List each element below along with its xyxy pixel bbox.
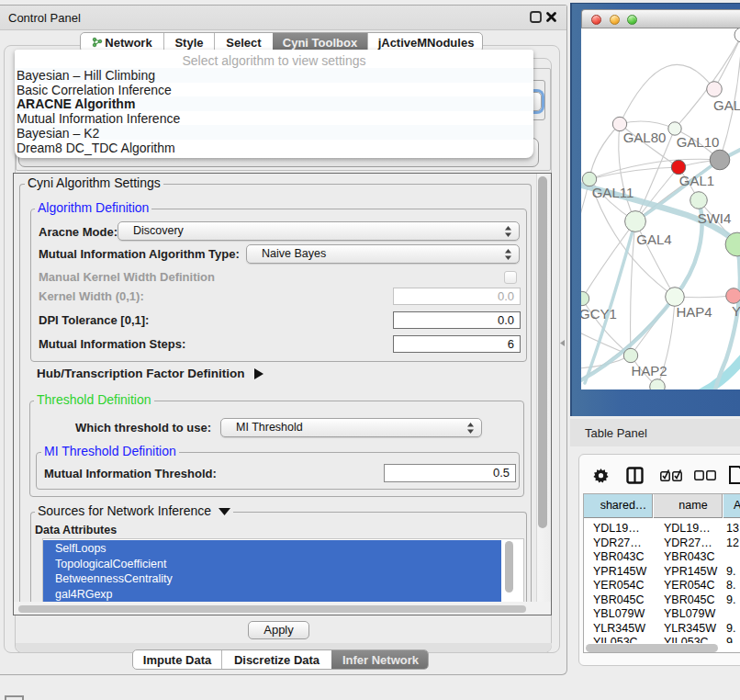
svg-text:GAL1: GAL1 bbox=[679, 173, 714, 188]
svg-text:SWI4: SWI4 bbox=[698, 210, 732, 226]
svg-text:HAP4: HAP4 bbox=[676, 304, 712, 320]
svg-text:GAL10: GAL10 bbox=[677, 134, 720, 150]
svg-text:Y: Y bbox=[732, 303, 740, 319]
svg-text:GCY1: GCY1 bbox=[581, 306, 617, 322]
svg-text:GAL7: GAL7 bbox=[713, 97, 740, 113]
svg-text:GAL4: GAL4 bbox=[636, 231, 671, 247]
svg-text:HAP2: HAP2 bbox=[631, 363, 667, 378]
svg-text:GAL80: GAL80 bbox=[623, 130, 667, 145]
svg-text:GAL11: GAL11 bbox=[592, 185, 634, 200]
